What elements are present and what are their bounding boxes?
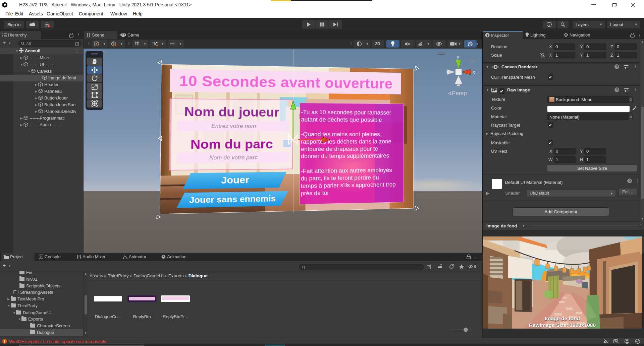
- svg-text:?: ?: [616, 88, 618, 92]
- svg-text:y: y: [457, 55, 459, 60]
- svg-text:x: x: [473, 69, 475, 75]
- svg-text:?: ?: [616, 65, 618, 69]
- svg-text:Y: Y: [137, 44, 139, 47]
- svg-text:?: ?: [629, 179, 631, 183]
